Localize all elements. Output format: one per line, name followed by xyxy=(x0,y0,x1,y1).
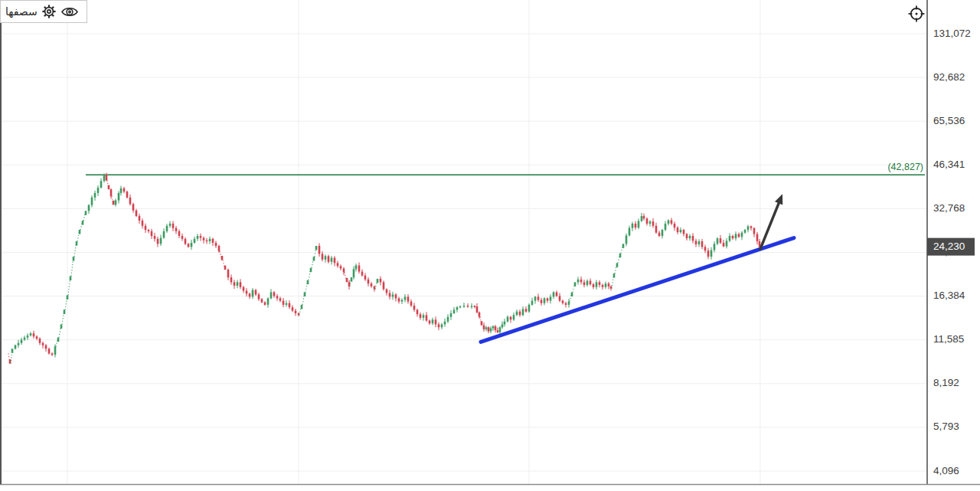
current-price-value: 24,230 xyxy=(933,241,965,252)
resistance-price-label: (42,827) xyxy=(887,162,923,172)
crosshair-target-icon[interactable] xyxy=(906,4,926,24)
symbol-name-label: سصفها xyxy=(5,5,38,18)
chart-window: (42,827)131,07292,68265,53646,34132,7682… xyxy=(0,0,980,491)
current-price-tag: 24,230 xyxy=(927,238,975,256)
bottom-time-axis[interactable] xyxy=(0,485,980,491)
eye-visibility-icon[interactable] xyxy=(60,5,79,18)
axis-tick-label: 92,682 xyxy=(933,71,965,83)
symbol-legend[interactable]: سصفها xyxy=(0,0,87,23)
axis-tick-label: 5,793 xyxy=(933,421,959,432)
axis-tick-label: 8,192 xyxy=(933,377,959,388)
price-chart-canvas[interactable]: (42,827)131,07292,68265,53646,34132,7682… xyxy=(0,0,980,491)
axis-tick-label: 11,585 xyxy=(933,333,964,345)
axis-tick-label: 65,536 xyxy=(933,115,965,126)
axis-tick-label: 32,768 xyxy=(933,202,965,214)
axis-tick-label: 4,096 xyxy=(933,465,959,476)
axis-tick-label: 46,341 xyxy=(933,159,965,170)
axis-tick-label: 131,072 xyxy=(933,28,971,39)
chart-background xyxy=(0,0,980,491)
axis-tick-label: 16,384 xyxy=(933,290,965,301)
settings-gear-icon[interactable] xyxy=(41,4,57,19)
